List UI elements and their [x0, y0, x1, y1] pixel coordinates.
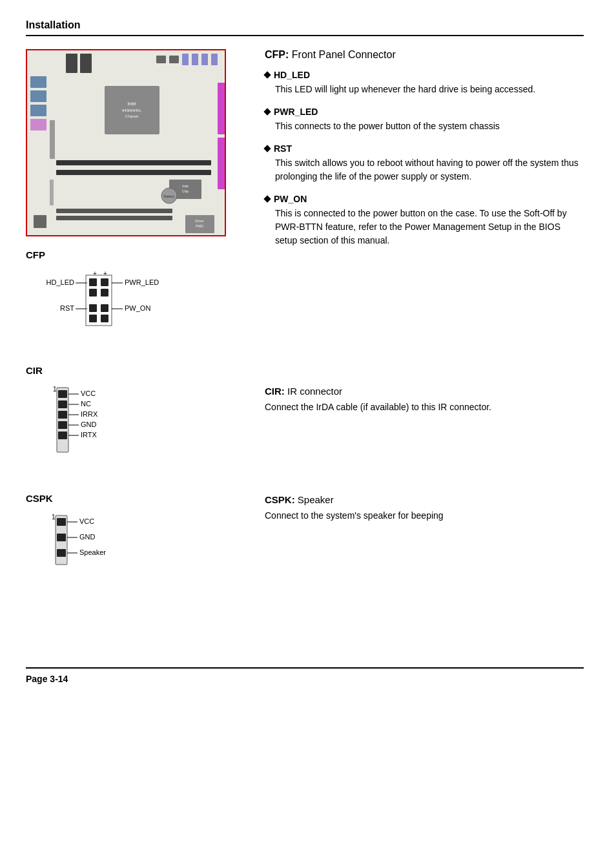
cspk-diagram: 1 VCC GND Speaker [39, 510, 245, 577]
cfp-diagram: HD_LED RST [39, 267, 245, 331]
motherboard-svg: Intel 945M/945L Chipset Intel Chip Batte… [27, 50, 226, 236]
svg-rect-10 [30, 90, 46, 102]
pw-on-body: This is connected to the power button on… [275, 207, 584, 247]
svg-text:PW_ON: PW_ON [125, 304, 150, 312]
svg-text:IRTX: IRTX [81, 431, 98, 439]
svg-rect-38 [89, 278, 97, 286]
rst-body: This switch allows you to reboot without… [275, 156, 584, 183]
cspk-label: CSPK [26, 493, 245, 504]
motherboard-image: Intel 945M/945L Chipset Intel Chip Batte… [26, 49, 226, 236]
rst-header: RST [265, 143, 584, 154]
svg-rect-13 [50, 120, 55, 159]
pwr-led-item: PWR_LED This connects to the power butto… [265, 107, 584, 133]
svg-rect-9 [30, 76, 46, 88]
svg-text:+: + [93, 270, 97, 277]
svg-text:Chipset: Chipset [125, 114, 139, 118]
svg-text:+: + [103, 270, 107, 277]
svg-rect-8 [211, 54, 218, 65]
cfp-title-bold: CFP: [265, 49, 289, 60]
rst-name: RST [274, 143, 292, 154]
page-header: Installation [26, 19, 584, 36]
svg-rect-40 [89, 289, 97, 296]
diamond-icon [263, 71, 271, 78]
svg-rect-59 [58, 432, 67, 439]
diamond-icon-4 [263, 195, 271, 202]
pwr-led-body: This connects to the power button of the… [275, 120, 584, 133]
svg-rect-0 [27, 50, 226, 236]
cir-title: CIR: IR connector [265, 386, 584, 397]
cir-title-rest: IR connector [285, 386, 342, 397]
svg-rect-2 [80, 54, 92, 73]
pw-on-item: PW_ON This is connected to the power but… [265, 194, 584, 247]
svg-rect-32 [34, 215, 46, 228]
svg-text:1: 1 [53, 386, 57, 393]
cir-label: CIR [26, 365, 245, 376]
cfp-diagram-svg: HD_LED RST [39, 267, 207, 331]
svg-rect-56 [58, 400, 67, 408]
pwr-led-header: PWR_LED [265, 107, 584, 117]
cspk-title: CSPK: Speaker [265, 494, 584, 505]
cspk-diagram-svg: 1 VCC GND Speaker [39, 510, 142, 575]
svg-rect-28 [56, 216, 172, 220]
svg-rect-6 [192, 54, 198, 65]
svg-rect-33 [50, 180, 54, 205]
svg-rect-39 [101, 278, 108, 286]
svg-rect-4 [169, 56, 179, 63]
page-number: Page 3-14 [26, 674, 68, 684]
page-footer: Page 3-14 [26, 667, 584, 684]
svg-rect-11 [30, 105, 46, 116]
main-layout: Intel 945M/945L Chipset Intel Chip Batte… [26, 49, 584, 344]
hd-led-body: This LED will light up whenever the hard… [275, 83, 584, 96]
svg-rect-43 [101, 304, 108, 312]
left-column: Intel 945M/945L Chipset Intel Chip Batte… [26, 49, 245, 344]
svg-text:Driver: Driver [195, 219, 204, 223]
svg-rect-19 [218, 138, 225, 189]
cspk-description: Connect to the system's speaker for beep… [265, 509, 584, 523]
svg-rect-1 [66, 54, 77, 73]
hd-led-header: HD_LED [265, 70, 584, 80]
cfp-title: CFP: Front Panel Connector [265, 49, 584, 61]
cir-left: CIR 1 VCC NC [26, 360, 245, 475]
page-title: Installation [26, 19, 584, 31]
pwr-led-name: PWR_LED [274, 107, 318, 117]
svg-text:HD_LED: HD_LED [46, 278, 74, 286]
cspk-right: CSPK: Speaker Connect to the system's sp… [265, 488, 584, 590]
svg-text:Chip: Chip [182, 189, 189, 193]
cir-title-bold: CIR: [265, 386, 285, 397]
cir-description: Connect the IrDA cable (if available) to… [265, 400, 584, 414]
svg-text:VCC: VCC [79, 517, 94, 525]
svg-text:945M/945L: 945M/945L [122, 109, 142, 112]
svg-rect-42 [89, 304, 97, 312]
svg-rect-57 [58, 411, 67, 419]
svg-text:Speaker: Speaker [79, 548, 106, 556]
svg-rect-7 [201, 54, 208, 65]
svg-text:Intel: Intel [182, 184, 188, 188]
cspk-row: CSPK 1 VCC GND Speaker [26, 488, 584, 590]
cir-diagram: 1 VCC NC IRRX GND IRTX [39, 382, 245, 462]
svg-rect-5 [182, 54, 189, 65]
diamond-icon-2 [263, 108, 271, 115]
svg-rect-20 [56, 160, 211, 165]
svg-rect-58 [58, 421, 67, 429]
cfp-label: CFP [26, 249, 245, 260]
svg-text:GND: GND [81, 421, 97, 428]
pw-on-name: PW_ON [274, 194, 307, 204]
right-column: CFP: Front Panel Connector HD_LED This L… [265, 49, 584, 344]
pw-on-header: PW_ON [265, 194, 584, 204]
svg-text:VCC: VCC [81, 390, 96, 397]
svg-rect-72 [57, 518, 66, 526]
svg-rect-41 [101, 289, 108, 296]
svg-text:1: 1 [52, 514, 56, 521]
svg-text:Intel: Intel [127, 101, 136, 106]
svg-rect-12 [30, 119, 46, 130]
svg-rect-55 [58, 390, 67, 398]
svg-text:PWD: PWD [196, 224, 203, 228]
cspk-title-bold: CSPK: [265, 494, 295, 505]
svg-rect-18 [218, 83, 225, 134]
hd-led-name: HD_LED [274, 70, 310, 80]
svg-text:PWR_LED: PWR_LED [125, 278, 159, 286]
svg-rect-74 [57, 549, 66, 557]
svg-rect-73 [57, 534, 66, 541]
rst-item: RST This switch allows you to reboot wit… [265, 143, 584, 183]
svg-rect-44 [89, 315, 97, 322]
